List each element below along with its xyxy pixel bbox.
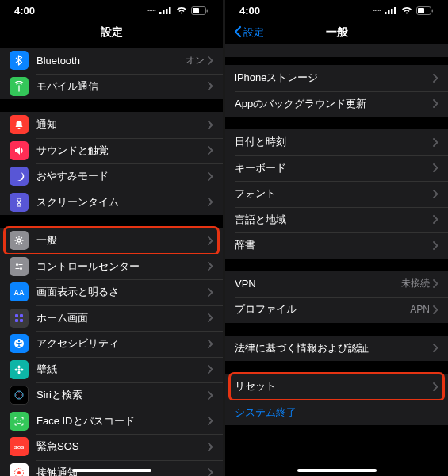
svg-rect-6 [207, 9, 209, 12]
svg-point-31 [17, 471, 21, 474]
settings-row[interactable]: Bluetoothオン [0, 48, 223, 74]
chevron-right-icon [208, 391, 213, 400]
row-label: iPhoneストレージ [235, 71, 433, 85]
settings-row[interactable]: おやすみモード [0, 163, 223, 190]
gear-icon [10, 231, 29, 250]
aa-icon: AA [10, 282, 29, 301]
settings-row[interactable]: 言語と地域 [225, 207, 448, 233]
svg-text:AA: AA [14, 289, 25, 297]
settings-row[interactable]: 壁紙 [0, 357, 223, 383]
svg-rect-10 [19, 264, 23, 265]
siri-icon [10, 386, 29, 405]
back-label: 設定 [243, 25, 264, 40]
svg-text:SOS: SOS [14, 445, 25, 450]
svg-point-28 [20, 420, 21, 420]
chevron-right-icon [208, 313, 213, 322]
phone-right: 4:00 設定 一般 iPhoneストレージAppのバックグラウンド更新日付と時… [225, 0, 448, 476]
settings-row[interactable]: Face IDとパスコード [0, 409, 223, 435]
settings-row[interactable]: サウンドと触覚 [0, 138, 223, 164]
chevron-right-icon [433, 190, 438, 198]
settings-row[interactable]: アクセシビリティ [0, 331, 223, 357]
settings-row[interactable]: モバイル通信 [0, 74, 223, 100]
row-label: VPN [235, 278, 401, 290]
home-indicator[interactable] [297, 469, 377, 472]
svg-point-9 [16, 263, 18, 266]
chevron-right-icon [208, 146, 213, 155]
svg-point-23 [15, 368, 18, 370]
chevron-right-icon [433, 344, 438, 352]
row-value: APN [410, 304, 430, 315]
status-bar: 4:00 [225, 0, 448, 21]
svg-rect-34 [391, 9, 393, 14]
row-label: リセット [235, 379, 433, 393]
row-label: ホーム画面 [36, 311, 208, 325]
settings-row[interactable]: システム終了 [225, 400, 448, 426]
chevron-right-icon [208, 82, 213, 90]
settings-row[interactable]: スクリーンタイム [0, 190, 223, 216]
svg-rect-37 [418, 8, 424, 13]
settings-row[interactable]: 一般 [0, 228, 223, 254]
settings-row[interactable]: 通知 [0, 112, 223, 138]
settings-row[interactable] [225, 44, 448, 57]
home-indicator[interactable] [72, 469, 151, 472]
settings-row[interactable]: 法律に基づく情報および認証 [225, 336, 448, 362]
chevron-right-icon [208, 288, 213, 297]
settings-row[interactable]: リセット [225, 374, 448, 400]
svg-rect-3 [169, 7, 171, 14]
settings-group: iPhoneストレージAppのバックグラウンド更新 [225, 65, 448, 117]
settings-row[interactable]: AA画面表示と明るさ [0, 279, 223, 305]
row-label: Siriと検索 [36, 388, 208, 402]
svg-point-26 [17, 393, 21, 397]
status-right [147, 6, 209, 15]
chevron-right-icon [208, 443, 213, 451]
battery-icon [191, 6, 209, 15]
row-label: 緊急SOS [36, 440, 208, 454]
chevron-right-icon [433, 305, 438, 314]
row-label: Face IDとパスコード [36, 414, 208, 428]
settings-row[interactable]: Appのバックグラウンド更新 [225, 91, 448, 117]
settings-row[interactable]: 辞書 [225, 232, 448, 259]
svg-rect-16 [15, 319, 18, 322]
row-label: 法律に基づく情報および認証 [235, 341, 433, 355]
flower-icon [10, 360, 29, 379]
row-label: スクリーンタイム [36, 195, 208, 209]
svg-rect-15 [20, 314, 23, 317]
settings-row[interactable]: iPhoneストレージ [225, 65, 448, 91]
settings-row[interactable]: VPN未接続 [225, 271, 448, 298]
status-dots-icon [373, 6, 381, 15]
grid-icon [10, 309, 29, 328]
settings-row[interactable]: フォント [225, 181, 448, 207]
settings-group: 通知サウンドと触覚おやすみモードスクリーンタイム [0, 112, 223, 215]
row-label: サウンドと触覚 [36, 144, 208, 158]
settings-row[interactable]: 接触通知 [0, 460, 223, 477]
chevron-left-icon [233, 25, 243, 40]
exposure-icon [10, 463, 29, 476]
chevron-right-icon [433, 138, 438, 147]
settings-row[interactable]: コントロールセンター [0, 254, 223, 280]
back-button[interactable]: 設定 [233, 25, 264, 40]
row-label: キーボード [235, 161, 433, 175]
settings-row[interactable]: キーボード [225, 155, 448, 182]
settings-row[interactable]: 日付と時刻 [225, 129, 448, 155]
general-list[interactable]: iPhoneストレージAppのバックグラウンド更新日付と時刻キーボードフォント言… [225, 44, 448, 476]
settings-row[interactable]: Siriと検索 [0, 382, 223, 409]
row-label: 辞書 [235, 238, 433, 252]
row-label: フォント [235, 186, 433, 201]
chevron-right-icon [208, 262, 213, 271]
row-label: 言語と地域 [235, 213, 433, 227]
settings-group: 法律に基づく情報および認証 [225, 336, 448, 362]
row-label: おやすみモード [36, 169, 208, 183]
bell-icon [10, 115, 29, 134]
settings-list[interactable]: Bluetoothオンモバイル通信通知サウンドと触覚おやすみモードスクリーンタイ… [0, 44, 223, 476]
svg-rect-12 [16, 268, 20, 269]
svg-point-19 [18, 340, 20, 342]
accessibility-icon [10, 334, 29, 353]
chevron-right-icon [208, 198, 213, 206]
svg-rect-35 [394, 7, 396, 14]
settings-row[interactable]: ホーム画面 [0, 305, 223, 332]
svg-rect-7 [18, 128, 21, 129]
page-title: 一般 [326, 25, 348, 40]
chevron-right-icon [208, 365, 213, 374]
settings-row[interactable]: プロファイルAPN [225, 297, 448, 323]
settings-row[interactable]: SOS緊急SOS [0, 434, 223, 460]
